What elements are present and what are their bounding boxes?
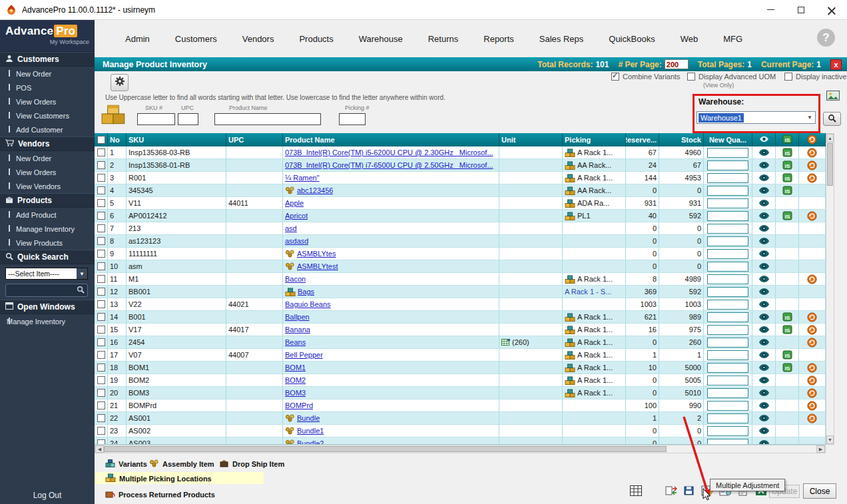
select-all-cell[interactable] [95, 133, 108, 146]
quick-search-input[interactable] [5, 284, 88, 297]
warehouse-select[interactable]: Warehouse1 ▼ [697, 111, 816, 124]
row-checkbox[interactable] [97, 174, 105, 182]
nav-item-returns[interactable]: Returns [416, 34, 471, 44]
eye-icon[interactable] [758, 161, 770, 169]
display-inactive-checkbox[interactable] [784, 73, 792, 81]
col-upc[interactable]: UPC [226, 133, 283, 146]
col-sku[interactable]: SKU [127, 133, 226, 146]
return-icon[interactable] [807, 211, 817, 221]
nav-item-web[interactable]: Web [668, 34, 711, 44]
inventory-status-icon[interactable]: IS [782, 350, 792, 360]
new-quantity-input[interactable] [707, 224, 748, 234]
product-name-search-input[interactable] [214, 113, 321, 125]
row-checkbox[interactable] [97, 199, 105, 207]
product-link[interactable]: 073B_Intel(R) Core(TM) i7-6500U CPU @ 2.… [285, 159, 493, 171]
col-new-quantity[interactable]: New Qua... [704, 133, 752, 146]
nav-item-admin[interactable]: Admin [113, 34, 162, 44]
open-window-manage-inventory[interactable]: Manage Inventory [0, 314, 95, 328]
transfer-button[interactable] [664, 485, 679, 499]
sidebar-item-view-orders[interactable]: View Orders [0, 165, 95, 179]
col-view[interactable] [752, 133, 776, 146]
new-quantity-input[interactable] [707, 198, 748, 208]
new-quantity-input[interactable] [707, 300, 748, 310]
maximize-button[interactable] [786, 0, 816, 19]
eye-icon[interactable] [758, 389, 770, 397]
sidebar-item-view-vendors[interactable]: View Vendors [0, 179, 95, 193]
eye-icon[interactable] [758, 250, 770, 258]
eye-icon[interactable] [758, 401, 770, 409]
eye-icon[interactable] [758, 199, 770, 207]
new-quantity-input[interactable] [707, 262, 748, 272]
settings-button[interactable] [111, 74, 129, 91]
inventory-status-icon[interactable]: IS [782, 363, 792, 372]
product-link[interactable]: BOM3 [285, 387, 306, 399]
new-quantity-input[interactable] [707, 312, 748, 322]
row-checkbox[interactable] [97, 262, 105, 270]
sidebar-item-new-order[interactable]: New Order [0, 67, 95, 81]
row-checkbox[interactable] [97, 186, 105, 194]
return-icon[interactable] [807, 173, 817, 183]
product-link[interactable]: ASMBLYtes [297, 248, 336, 260]
product-link[interactable]: Apricot [285, 210, 308, 222]
close-button[interactable]: Close [803, 483, 836, 499]
col-reserve[interactable]: Reserve... [626, 133, 659, 146]
eye-icon[interactable] [758, 326, 770, 334]
nav-item-warehouse[interactable]: Warehouse [346, 34, 416, 44]
magnifier-icon[interactable] [77, 284, 85, 296]
return-icon[interactable] [807, 413, 817, 423]
horizontal-scroll-thumb[interactable] [104, 446, 667, 452]
new-quantity-input[interactable] [707, 249, 748, 259]
product-link[interactable]: Baguio Beans [285, 298, 331, 310]
new-quantity-input[interactable] [707, 274, 748, 284]
vertical-scrollbar[interactable]: ▲ ▼ [826, 133, 834, 445]
inventory-status-icon[interactable]: IS [782, 148, 792, 157]
eye-icon[interactable] [758, 174, 770, 182]
row-checkbox[interactable] [97, 300, 105, 308]
product-link[interactable]: Bundle1 [297, 425, 324, 437]
horizontal-scrollbar[interactable]: ◀ ▶ [95, 445, 826, 453]
display-advanced-uom-checkbox[interactable] [687, 73, 695, 81]
row-checkbox[interactable] [97, 212, 105, 220]
sidebar-item-manage-inventory[interactable]: Manage Inventory [0, 222, 95, 236]
product-link[interactable]: Bacon [285, 273, 306, 285]
return-icon[interactable] [807, 312, 817, 322]
sidebar-item-view-customers[interactable]: View Customers [0, 109, 95, 123]
product-link[interactable]: Bell Pepper [285, 349, 323, 361]
product-link[interactable]: ASMBLYtest [297, 260, 338, 272]
product-link[interactable]: ¼ Ramen" [285, 172, 320, 184]
product-link[interactable]: BOMPrd [285, 399, 313, 411]
eye-icon[interactable] [758, 313, 770, 321]
row-checkbox[interactable] [97, 237, 105, 245]
sidebar-item-add-product[interactable]: Add Product [0, 208, 95, 222]
physical-count-button[interactable] [682, 485, 697, 499]
row-checkbox[interactable] [97, 161, 105, 169]
new-quantity-input[interactable] [707, 325, 748, 335]
upc-search-input[interactable] [178, 113, 198, 125]
row-checkbox[interactable] [97, 326, 105, 334]
row-checkbox[interactable] [97, 224, 105, 232]
row-checkbox[interactable] [97, 439, 105, 445]
row-checkbox[interactable] [97, 148, 105, 156]
sidebar-item-pos[interactable]: POS [0, 81, 95, 95]
product-link[interactable]: Apple [285, 197, 304, 209]
close-panel-button[interactable]: x [830, 59, 842, 70]
new-quantity-input[interactable] [707, 287, 748, 297]
product-link[interactable]: Bundle2 [297, 437, 324, 445]
inventory-status-icon[interactable]: IS [782, 186, 792, 195]
eye-icon[interactable] [758, 376, 770, 384]
select-all-checkbox[interactable] [97, 136, 105, 144]
row-checkbox[interactable] [97, 313, 105, 321]
new-quantity-input[interactable] [707, 173, 748, 183]
close-window-button[interactable] [816, 0, 847, 19]
eye-icon[interactable] [758, 148, 770, 156]
row-checkbox[interactable] [97, 338, 105, 346]
col-returns[interactable] [799, 133, 826, 146]
picking-search-input[interactable] [339, 113, 366, 125]
combine-variants-checkbox[interactable] [611, 73, 619, 81]
new-quantity-input[interactable] [707, 439, 748, 445]
row-checkbox[interactable] [97, 427, 105, 435]
help-button[interactable]: ? [817, 29, 835, 47]
scroll-up-arrow[interactable]: ▲ [826, 134, 834, 142]
product-link[interactable]: abc123456 [297, 184, 333, 196]
new-quantity-input[interactable] [707, 211, 748, 221]
